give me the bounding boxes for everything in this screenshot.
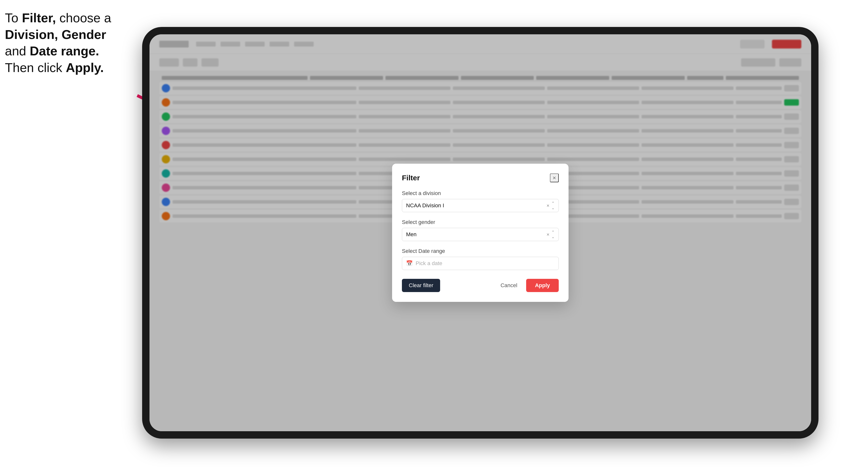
tablet-screen: Filter × Select a division NCAA Division… <box>150 34 811 431</box>
apply-bold: Apply. <box>66 61 104 75</box>
filter-bold: Filter, <box>22 11 56 25</box>
division-form-group: Select a division NCAA Division I × ⌃⌄ <box>402 190 559 212</box>
division-select-value: NCAA Division I <box>406 203 547 209</box>
division-chevron-icon: ⌃⌄ <box>551 201 555 210</box>
filter-modal: Filter × Select a division NCAA Division… <box>392 164 568 302</box>
calendar-icon: 📅 <box>406 260 413 267</box>
modal-title: Filter <box>402 174 420 182</box>
date-range-bold: Date range. <box>30 44 99 58</box>
instruction-panel: To Filter, choose a Division, Gender and… <box>5 10 142 76</box>
gender-chevron-icon: ⌃⌄ <box>551 230 555 239</box>
then-text: Then click Apply. <box>5 61 104 75</box>
cancel-button[interactable]: Cancel <box>496 279 522 292</box>
modal-footer: Clear filter Cancel Apply <box>402 279 559 292</box>
date-range-input[interactable]: 📅 Pick a date <box>402 257 559 270</box>
gender-select[interactable]: Men × ⌃⌄ <box>402 228 559 241</box>
modal-header: Filter × <box>402 174 559 182</box>
footer-right-actions: Cancel Apply <box>496 279 559 292</box>
tablet-device: Filter × Select a division NCAA Division… <box>142 27 818 439</box>
gender-clear-icon[interactable]: × <box>547 232 550 238</box>
division-label: Select a division <box>402 190 559 196</box>
date-placeholder-text: Pick a date <box>415 260 442 267</box>
modal-close-button[interactable]: × <box>550 174 559 182</box>
division-select-icons: × ⌃⌄ <box>547 201 555 210</box>
clear-filter-button[interactable]: Clear filter <box>402 279 440 292</box>
and-text: and Date range. <box>5 44 99 58</box>
date-range-form-group: Select Date range 📅 Pick a date <box>402 248 559 270</box>
gender-form-group: Select gender Men × ⌃⌄ <box>402 219 559 241</box>
date-range-label: Select Date range <box>402 248 559 254</box>
apply-button[interactable]: Apply <box>526 279 559 292</box>
gender-select-value: Men <box>406 231 547 238</box>
gender-label: Select gender <box>402 219 559 225</box>
gender-select-icons: × ⌃⌄ <box>547 230 555 239</box>
modal-overlay: Filter × Select a division NCAA Division… <box>150 34 811 431</box>
division-gender-bold: Division, Gender <box>5 27 106 42</box>
division-clear-icon[interactable]: × <box>547 203 550 209</box>
instruction-line1: To Filter, choose a <box>5 11 111 25</box>
division-select[interactable]: NCAA Division I × ⌃⌄ <box>402 199 559 212</box>
